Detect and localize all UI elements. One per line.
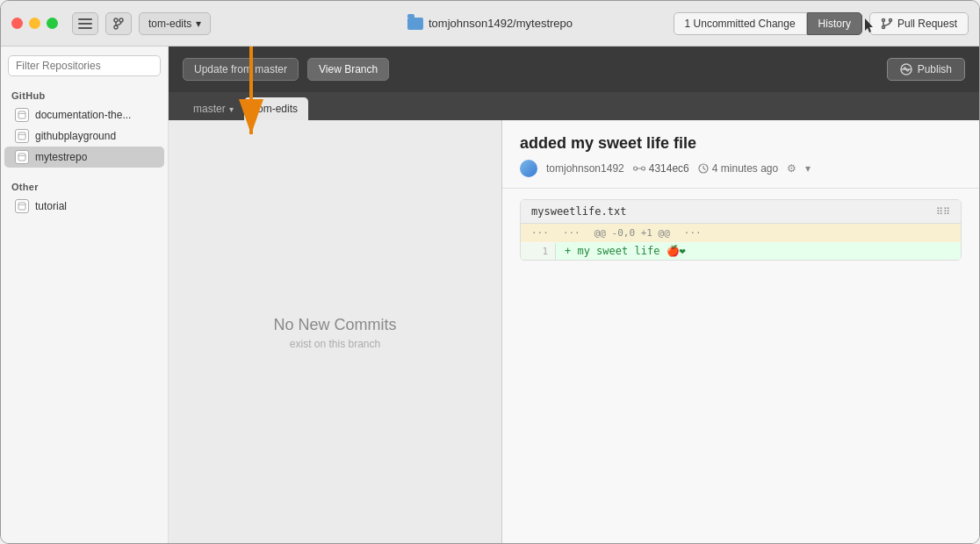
sidebar-toggle-button[interactable] xyxy=(72,12,98,35)
commit-meta: tomjohnson1492 4314ec6 xyxy=(520,160,962,177)
sidebar: GitHub documentation-the... githubplaygr… xyxy=(1,47,169,544)
split-content: No New Commits exist on this branch adde… xyxy=(169,120,979,544)
pull-request-button[interactable]: Pull Request xyxy=(869,12,969,35)
no-commits-subtitle: exist on this branch xyxy=(290,338,380,350)
tom-edits-branch-tab[interactable]: tom-edits xyxy=(244,97,308,120)
branch-name: tom-edits xyxy=(148,18,191,30)
sidebar-item-documentation[interactable]: documentation-the... xyxy=(4,104,164,125)
right-pane: added my sweet life file tomjohnson1492 … xyxy=(502,120,979,544)
svg-rect-0 xyxy=(78,18,92,20)
svg-point-23 xyxy=(641,167,645,170)
svg-point-22 xyxy=(633,167,637,170)
commit-author: tomjohnson1492 xyxy=(546,162,624,175)
svg-rect-18 xyxy=(18,203,25,210)
titlebar: tom-edits ▾ tomjohnson1492/mytestrepo 1 … xyxy=(1,1,979,47)
repo-name-tutorial: tutorial xyxy=(35,200,67,212)
uncommitted-history-group: 1 Uncommitted Change History xyxy=(674,12,862,35)
diff-line-content: + my sweet life 🍎❤ xyxy=(556,242,961,260)
folder-icon xyxy=(407,18,423,30)
repo-icon xyxy=(15,129,29,143)
repo-icon xyxy=(15,199,29,213)
svg-line-27 xyxy=(703,168,706,170)
branch-tabs: master ▾ tom-edits xyxy=(169,92,979,120)
commit-header: added my sweet life file tomjohnson1492 … xyxy=(502,120,979,189)
repo-name-githubplayground: githubplayground xyxy=(35,130,116,142)
chevron-down-icon[interactable]: ▾ xyxy=(805,162,811,175)
publish-button[interactable]: Publish xyxy=(887,58,965,81)
diff-hunk-info: @@ -0,0 +1 @@ xyxy=(594,227,670,239)
content-area: Update from master View Branch Publish xyxy=(169,47,979,544)
window-controls xyxy=(11,18,58,29)
no-commits-title: No New Commits xyxy=(273,316,396,334)
sidebar-item-mytestrepo[interactable]: mytestrepo xyxy=(4,147,164,168)
file-name: mysweetlife.txt xyxy=(531,205,626,218)
publish-label: Publish xyxy=(918,63,952,75)
commit-sha: 4314ec6 xyxy=(633,162,689,175)
diff-expand-icon[interactable]: ⠿⠿ xyxy=(936,206,950,218)
svg-rect-12 xyxy=(18,111,25,118)
gear-icon[interactable]: ⚙ xyxy=(787,162,796,175)
chevron-down-icon: ▾ xyxy=(196,18,201,30)
maximize-button[interactable] xyxy=(47,18,58,29)
svg-rect-1 xyxy=(78,23,92,25)
minimize-button[interactable] xyxy=(29,18,40,29)
titlebar-left-buttons: tom-edits ▾ xyxy=(72,12,211,35)
sidebar-item-tutorial[interactable]: tutorial xyxy=(4,196,164,217)
main-layout: GitHub documentation-the... githubplaygr… xyxy=(1,47,979,544)
svg-point-4 xyxy=(114,25,118,29)
view-branch-button[interactable]: View Branch xyxy=(307,58,389,81)
diff-dot-2: ··· xyxy=(563,227,580,239)
svg-point-3 xyxy=(114,18,118,22)
close-button[interactable] xyxy=(11,18,23,29)
repo-icon xyxy=(15,108,29,122)
left-pane: No New Commits exist on this branch xyxy=(169,120,502,544)
svg-rect-2 xyxy=(78,27,92,29)
svg-point-7 xyxy=(882,18,884,21)
diff-hunk-header: ··· ··· @@ -0,0 +1 @@ ··· xyxy=(521,224,961,242)
master-branch-tab[interactable]: master ▾ xyxy=(183,97,244,120)
commit-title: added my sweet life file xyxy=(520,134,962,153)
github-section-header: GitHub xyxy=(1,85,168,104)
commit-time: 4 minutes ago xyxy=(698,162,778,175)
diff-line-number: 1 xyxy=(521,243,556,260)
diff-dot-1: ··· xyxy=(531,227,549,239)
uncommitted-button[interactable]: 1 Uncommitted Change xyxy=(674,12,807,35)
pull-request-label: Pull Request xyxy=(897,18,957,30)
file-diff-header: mysweetlife.txt ⠿⠿ xyxy=(521,200,961,224)
sidebar-item-githubplayground[interactable]: githubplayground xyxy=(4,125,164,147)
svg-rect-16 xyxy=(18,154,25,161)
avatar xyxy=(520,160,537,177)
branch-selector[interactable]: tom-edits ▾ xyxy=(139,12,211,35)
repo-icon xyxy=(15,150,29,164)
repo-name-documentation: documentation-the... xyxy=(35,109,131,121)
diff-dot-3: ··· xyxy=(684,227,702,239)
titlebar-center: tomjohnson1492/mytestrepo xyxy=(407,17,573,30)
cursor xyxy=(865,18,874,31)
branch-icon-button[interactable] xyxy=(105,12,132,35)
diff-added-content: + my sweet life 🍎❤ xyxy=(565,245,686,257)
svg-point-5 xyxy=(119,18,123,22)
file-diff: mysweetlife.txt ⠿⠿ ··· ··· @@ -0,0 +1 @@… xyxy=(520,199,962,261)
other-section-header: Other xyxy=(1,176,168,196)
toolbar-right: Publish xyxy=(887,58,965,81)
history-button[interactable]: History xyxy=(807,12,862,35)
chevron-down-icon: ▾ xyxy=(229,104,234,114)
update-from-master-button[interactable]: Update from master xyxy=(183,58,299,81)
svg-point-9 xyxy=(889,18,891,21)
titlebar-right: 1 Uncommitted Change History Pull Reques… xyxy=(674,12,969,35)
repo-name-mytestrepo: mytestrepo xyxy=(35,151,87,163)
toolbar: Update from master View Branch Publish xyxy=(169,47,979,92)
window-title: tomjohnson1492/mytestrepo xyxy=(429,17,573,30)
diff-line-1: 1 + my sweet life 🍎❤ xyxy=(521,242,961,260)
filter-repositories-input[interactable] xyxy=(8,55,161,76)
svg-rect-14 xyxy=(18,132,25,140)
